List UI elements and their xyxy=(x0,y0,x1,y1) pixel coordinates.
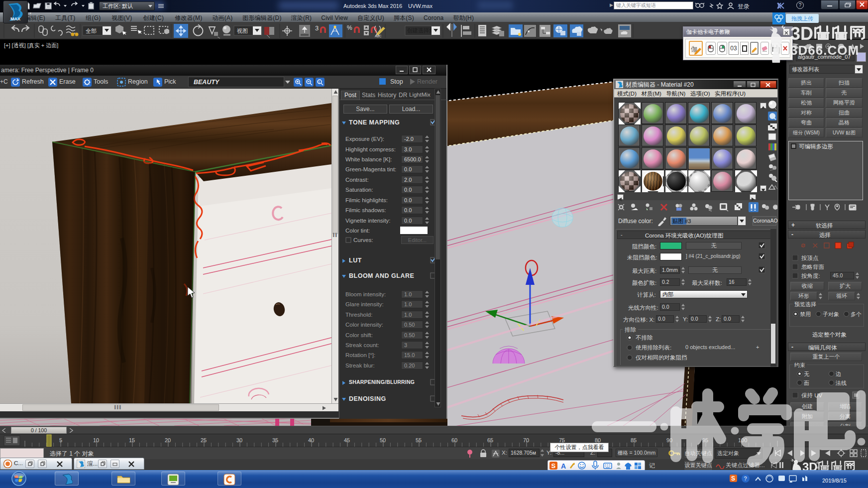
svg-text:35: 35 xyxy=(272,437,278,443)
svg-text:70: 70 xyxy=(523,437,529,443)
svg-text:创建选择集: 创建选择集 xyxy=(407,27,434,33)
svg-text:S: S xyxy=(551,462,556,470)
svg-text:20: 20 xyxy=(165,437,171,443)
svg-text:95: 95 xyxy=(702,437,708,443)
svg-text:?: ? xyxy=(744,476,747,482)
svg-text:50: 50 xyxy=(380,437,386,443)
svg-text:60: 60 xyxy=(451,437,457,443)
svg-text:视图: 视图 xyxy=(237,28,248,34)
svg-text:S: S xyxy=(731,475,735,482)
svg-text:100: 100 xyxy=(738,437,747,443)
svg-text:%: % xyxy=(347,24,352,31)
svg-text:10: 10 xyxy=(93,437,99,443)
svg-text:1: 1 xyxy=(318,80,320,84)
svg-text:40: 40 xyxy=(308,437,314,443)
svg-text:全部: 全部 xyxy=(86,28,97,34)
svg-text:ABC: ABC xyxy=(375,34,382,38)
svg-text:55: 55 xyxy=(416,437,422,443)
svg-text:90: 90 xyxy=(666,437,672,443)
svg-text:5: 5 xyxy=(59,437,62,443)
svg-text:30: 30 xyxy=(236,437,242,443)
svg-text:3: 3 xyxy=(315,24,319,32)
svg-text:45: 45 xyxy=(344,437,350,443)
svg-text:25: 25 xyxy=(201,437,207,443)
svg-text:15: 15 xyxy=(129,437,135,443)
svg-text:65: 65 xyxy=(487,437,493,443)
svg-text:85: 85 xyxy=(631,437,637,443)
svg-text:A: A xyxy=(561,462,566,470)
